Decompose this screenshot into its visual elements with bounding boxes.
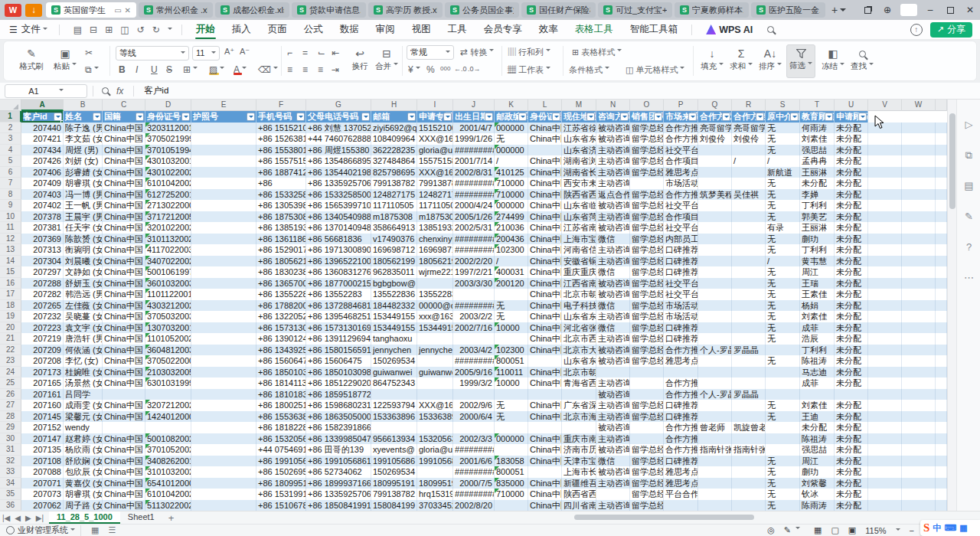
cell-T5[interactable]: 孟冉冉 (800, 155, 835, 167)
cell-N21[interactable]: 主动咨询 (596, 333, 630, 345)
cell-empty[interactable] (902, 444, 936, 456)
cell-E9[interactable] (191, 200, 256, 211)
filter-dropdown-icon[interactable] (620, 113, 629, 121)
cell-P31[interactable]: 合作方推荐 (664, 444, 698, 456)
cell-H6[interactable]: 825798695 (371, 167, 417, 178)
cell-O13[interactable]: 留学总经办 (630, 244, 664, 256)
cell-A22[interactable]: 207209 (21, 345, 64, 356)
cell-empty[interactable] (936, 489, 947, 500)
cell-Q26[interactable]: 个人-罗晶 (698, 389, 732, 400)
cell-Q17[interactable] (698, 289, 732, 300)
cell-S5[interactable]: / (766, 155, 800, 167)
cell-F34[interactable]: +86 18099519 (256, 478, 306, 489)
cell-M24[interactable]: 北京市朝阳东大桥 (562, 367, 596, 378)
cell-M21[interactable]: 北京市西城 (562, 333, 596, 345)
cell-J32[interactable]: 2001/6/6 (453, 456, 495, 467)
cell-H7[interactable]: 799138782 (371, 178, 417, 189)
cell-O20[interactable]: 留学总经办 (630, 322, 664, 334)
filter-dropdown-icon[interactable] (586, 113, 595, 121)
header-cell-R1[interactable]: 合作方名称 (732, 111, 766, 123)
document-tab-6[interactable]: S国任财产保险样本.x (521, 2, 596, 18)
header-cell-M1[interactable]: 现住地址 (562, 111, 596, 123)
cell-D7[interactable]: 610104200212213421 (145, 178, 191, 189)
cell-N5[interactable]: 主动咨询 (596, 155, 630, 167)
document-tab-4[interactable]: S高学历 教授.xlsx (368, 2, 443, 18)
file-menu[interactable]: ☰ 文件 (0, 23, 54, 36)
cell-O31[interactable]: 留学总经办 (630, 444, 664, 456)
cell-G17[interactable]: +86 13552283 (306, 289, 371, 300)
cell-D26[interactable] (145, 389, 191, 400)
cell-T16[interactable]: 王瑞 (800, 278, 835, 289)
cell-U18[interactable]: 未分配 (835, 300, 868, 312)
cell-K6[interactable]: 410125 (495, 167, 528, 178)
cell-P23[interactable]: 雅思考点,雅 (664, 355, 698, 367)
menu-tab-8[interactable]: 会员专享 (475, 20, 531, 40)
cell-K9[interactable]: 000000 (495, 200, 528, 211)
cell-O6[interactable]: 留学总经办 (630, 167, 664, 178)
cell-T11[interactable]: 王丽淋 (800, 222, 835, 234)
cell-P32[interactable]: 口碑推荐,学 (664, 456, 698, 467)
cell-J35[interactable]: ######### (453, 489, 495, 500)
column-header-G[interactable]: G (306, 100, 371, 111)
cell-G4[interactable]: +86 周煜155380 (306, 145, 371, 156)
cell-J10[interactable]: 2005/1/26 (453, 211, 495, 223)
cell-B3[interactable]: 李文茹 (女 (64, 133, 103, 145)
cell-B7[interactable]: 胡睿琪 (女 (64, 178, 103, 189)
cell-G19[interactable]: +86 1395468251 (306, 311, 371, 322)
cell-N29[interactable]: 被动咨询 (596, 422, 630, 433)
cell-I28[interactable]: 153363896 (417, 411, 453, 423)
cell-S8[interactable]: 无 (766, 189, 800, 201)
cell-empty[interactable] (936, 211, 947, 223)
cell-I20[interactable]: 153449155 (417, 322, 453, 334)
cell-E7[interactable] (191, 178, 256, 189)
cell-C10[interactable]: China中国 (103, 211, 145, 223)
row-number-25[interactable]: 25 (0, 377, 21, 389)
cell-Q23[interactable] (698, 355, 732, 367)
cell-Q30[interactable] (698, 433, 732, 445)
cell-L2[interactable]: China中国 (528, 123, 562, 134)
cell-K15[interactable]: 400031 (495, 266, 528, 278)
cell-K13[interactable]: 102300 (495, 244, 528, 256)
cell-empty[interactable] (902, 211, 936, 223)
cell-C3[interactable]: China中国 (103, 133, 145, 145)
filter-dropdown-icon[interactable] (825, 113, 833, 121)
cell-P30[interactable]: 合作方推荐- (664, 433, 698, 445)
ime-keyboard-icon[interactable]: ⌨ (944, 523, 956, 533)
cell-A11[interactable]: 207381 (21, 222, 64, 234)
cell-T25[interactable]: 成菲 (800, 377, 835, 389)
cell-O16[interactable]: 留学总经办 (630, 278, 664, 289)
cell-G29[interactable]: +86 1582391866 (306, 422, 371, 433)
layout-switch-icon[interactable] (858, 0, 877, 20)
minimize-button[interactable]: – (920, 0, 940, 20)
menu-tab-3[interactable]: 公式 (296, 20, 332, 40)
cell-empty[interactable] (936, 256, 947, 267)
cell-Q14[interactable] (698, 256, 732, 267)
cell-C11[interactable]: China中国 (103, 222, 145, 234)
cell-empty[interactable] (868, 300, 902, 312)
help-panel-icon[interactable]: ? (957, 237, 980, 257)
cell-Q36[interactable] (698, 500, 732, 511)
cell-F36[interactable]: +86 15106786 (256, 500, 306, 511)
cell-I33[interactable] (417, 466, 453, 478)
cell-Q3[interactable]: 刘俊伶 (698, 133, 732, 145)
align-center-icon[interactable]: ≡ (302, 64, 308, 75)
cell-I10[interactable]: m1875308 (417, 211, 453, 223)
column-header-N[interactable]: N (596, 100, 630, 111)
cell-R12[interactable] (732, 234, 766, 245)
cell-E10[interactable] (191, 211, 256, 223)
cell-empty[interactable] (936, 145, 947, 156)
system-dropdown[interactable]: 业财管理系统 (6, 525, 75, 536)
zoom-chevron-icon[interactable] (896, 528, 900, 533)
cell-M11[interactable]: 江苏省南京 (562, 222, 596, 234)
cell-F24[interactable]: +86 18501030 (256, 367, 306, 378)
cell-R26[interactable]: 罗晶晶 (732, 389, 766, 400)
cell-B19[interactable]: 吴晓蔓 (女 (64, 311, 103, 322)
cell-C6[interactable]: China中国 (103, 167, 145, 178)
cell-H31[interactable]: xyevents@ (371, 444, 417, 456)
cell-K7[interactable]: 710000 (495, 178, 528, 189)
cell-L3[interactable]: China中国 (528, 133, 562, 145)
cell-F8[interactable]: +86 15332585 (256, 189, 306, 201)
cell-S14[interactable]: / (766, 256, 800, 267)
cell-I13[interactable]: 169698712 (417, 244, 453, 256)
cell-B13[interactable]: 衡琬明 (女 (64, 244, 103, 256)
